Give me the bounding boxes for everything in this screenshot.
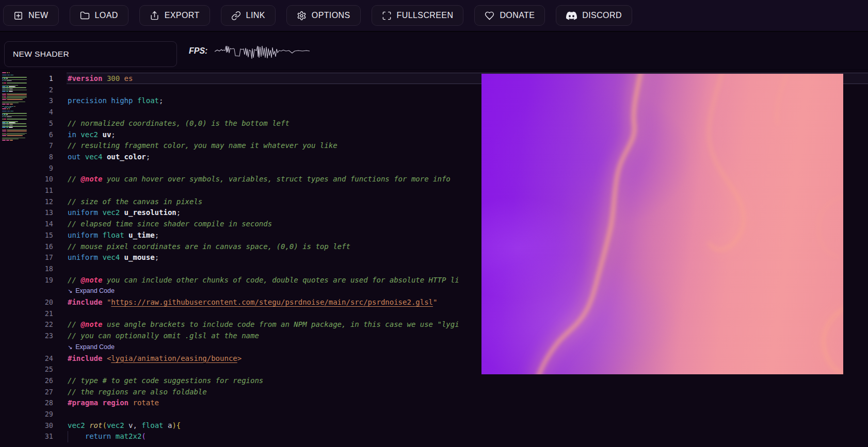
options-button[interactable]: OPTIONS [286, 5, 361, 26]
options-label: OPTIONS [312, 11, 350, 20]
line-number[interactable]: 7 [0, 140, 53, 152]
expand-code-label: Expand Code [75, 342, 115, 353]
code-text: vec2 rot(vec2 v, float a){ [68, 420, 181, 432]
line-number[interactable]: 26 [0, 375, 53, 387]
code-line-31[interactable]: 31 return mat2x2( [0, 431, 868, 442]
line-number[interactable]: 11 [0, 185, 53, 196]
line-number[interactable]: 9 [0, 163, 53, 174]
link-button[interactable]: LINK [221, 5, 276, 26]
discord-button[interactable]: DISCORD [556, 5, 632, 26]
code-line-30[interactable]: 30vec2 rot(vec2 v, float a){ [0, 420, 868, 432]
code-line-29[interactable]: 29 [0, 409, 868, 420]
code-text: // resulting fragment color, you may nam… [68, 140, 337, 152]
fps-label: FPS: [189, 46, 207, 56]
export-button[interactable]: EXPORT [139, 5, 210, 26]
line-number[interactable]: 29 [0, 409, 53, 420]
fullscreen-label: FULLSCREEN [397, 11, 454, 20]
code-text: uniform vec4 u_mouse; [68, 252, 159, 263]
line-number[interactable]: 10 [0, 174, 53, 185]
donate-button[interactable]: DONATE [474, 5, 545, 26]
shader-preview-canvas[interactable] [481, 74, 843, 374]
new-button[interactable]: NEW [3, 5, 59, 26]
code-text: #include "https://raw.githubusercontent.… [68, 297, 437, 308]
code-line-28[interactable]: 28#pragma region rotate [0, 398, 868, 409]
line-number[interactable]: 18 [0, 263, 53, 275]
line-number[interactable]: 13 [0, 207, 53, 219]
line-number[interactable]: 23 [0, 330, 53, 342]
code-text: #version 300 es [68, 73, 133, 85]
line-number[interactable]: 24 [0, 353, 53, 365]
shader-name-input[interactable] [4, 41, 177, 67]
code-text: // size of the canvas in pixels [68, 196, 202, 208]
line-number[interactable]: 31 [0, 431, 53, 442]
line-number[interactable]: 27 [0, 387, 53, 398]
line-number[interactable]: 17 [0, 252, 53, 263]
code-text: // @note you can hover over symbols, var… [68, 174, 451, 185]
heart-icon [485, 11, 494, 21]
line-number[interactable]: 4 [0, 107, 53, 118]
code-line-26[interactable]: 26// type # to get code suggestions for … [0, 375, 868, 387]
line-number[interactable]: 12 [0, 196, 53, 208]
toolbar: NEWLOADEXPORTLINKOPTIONSFULLSCREENDONATE… [0, 0, 868, 32]
line-number[interactable]: 6 [0, 129, 53, 141]
expand-arrow-icon: ↘ [68, 342, 72, 353]
noise-ridges [481, 74, 843, 374]
code-text: // mouse pixel coordinates are in canvas… [68, 241, 350, 253]
line-number[interactable]: 14 [0, 219, 53, 230]
line-number[interactable]: 25 [0, 364, 53, 375]
code-text: #include <lygia/animation/easing/bounce> [68, 353, 242, 365]
code-text: // @note you can include other chunks of… [68, 275, 459, 286]
load-button[interactable]: LOAD [70, 5, 128, 26]
export-label: EXPORT [165, 11, 200, 20]
line-number[interactable]: 19 [0, 275, 53, 286]
code-text: // normalized coordinates, (0,0) is the … [68, 118, 290, 129]
code-text: uniform vec2 u_resolution; [68, 207, 181, 219]
fullscreen-icon [382, 11, 392, 21]
line-number[interactable]: 5 [0, 118, 53, 129]
fullscreen-button[interactable]: FULLSCREEN [372, 5, 464, 26]
line-number[interactable]: 1 [0, 73, 53, 85]
code-text: // the regions are also foldable [68, 387, 207, 398]
discord-label: DISCORD [582, 11, 622, 20]
code-text: in vec2 uv; [68, 129, 116, 141]
line-number[interactable]: 15 [0, 230, 53, 241]
code-text: out vec4 out_color; [68, 152, 150, 163]
expand-code-label: Expand Code [75, 286, 115, 297]
code-text: return mat2x2( [68, 431, 146, 442]
fps-sparkline [215, 44, 314, 62]
new-label: NEW [28, 11, 49, 20]
folder-icon [80, 11, 90, 21]
code-text: precision highp float; [68, 95, 163, 107]
line-number[interactable]: 16 [0, 241, 53, 253]
code-line-27[interactable]: 27// the regions are also foldable [0, 387, 868, 398]
code-text: // you can optionally omit .glsl at the … [68, 330, 259, 342]
shader-bar: FPS: [0, 33, 868, 69]
line-number[interactable]: 30 [0, 420, 53, 432]
line-number[interactable]: 28 [0, 398, 53, 409]
code-text: // elapsed time since shader compile in … [68, 219, 272, 230]
code-text: uniform float u_time; [68, 230, 159, 241]
line-number[interactable]: 22 [0, 319, 53, 330]
line-number[interactable]: 20 [0, 297, 53, 308]
code-text: // @note use angle brackets to include c… [68, 319, 459, 330]
link-icon [231, 11, 241, 21]
donate-label: DONATE [500, 11, 535, 20]
load-label: LOAD [95, 11, 118, 20]
line-number[interactable]: 8 [0, 152, 53, 163]
line-number[interactable]: 3 [0, 95, 53, 107]
line-number[interactable]: 2 [0, 85, 53, 96]
square-plus-icon [13, 11, 23, 21]
line-number[interactable]: 21 [0, 308, 53, 320]
gear-icon [297, 11, 307, 21]
discord-icon [566, 10, 577, 21]
code-text: #pragma region rotate [68, 398, 159, 409]
export-icon [150, 11, 159, 21]
link-label: LINK [246, 11, 265, 20]
expand-arrow-icon: ↘ [68, 286, 72, 297]
code-text: // type # to get code suggestions for re… [68, 375, 263, 387]
